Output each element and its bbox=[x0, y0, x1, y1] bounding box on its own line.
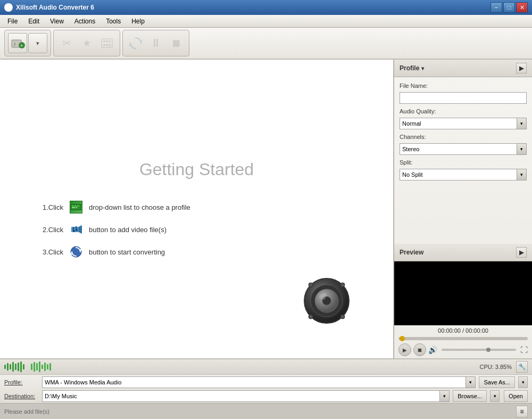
content-area: Getting Started 1.Click bbox=[0, 60, 394, 358]
destination-dropdown[interactable]: D:\My Music ▾ bbox=[42, 390, 450, 402]
profile-panel-header: Profile ▾ ▶ bbox=[394, 60, 532, 77]
cut-button[interactable]: ✂ bbox=[57, 33, 76, 53]
waveform-bar bbox=[7, 363, 9, 371]
close-button[interactable]: ✕ bbox=[516, 2, 528, 13]
audio-quality-section: Audio Quality: Normal ▾ bbox=[400, 108, 527, 129]
split-dropdown[interactable]: No Split ▾ bbox=[400, 169, 527, 180]
star-button[interactable]: ★ bbox=[77, 33, 96, 53]
svg-rect-19 bbox=[77, 206, 79, 207]
svg-rect-9 bbox=[109, 40, 111, 42]
open-button[interactable]: Open bbox=[504, 390, 528, 402]
audio-quality-dropdown[interactable]: Normal ▾ bbox=[400, 118, 527, 129]
audio-quality-value: Normal bbox=[400, 118, 517, 129]
save-as-button[interactable]: Save As... bbox=[479, 376, 515, 388]
profile-dropdown-btn[interactable]: ▾ bbox=[466, 377, 475, 388]
waveform-bar bbox=[15, 364, 16, 370]
preview-progress[interactable] bbox=[394, 337, 532, 340]
waveform-bar bbox=[20, 362, 22, 372]
svg-rect-12 bbox=[109, 44, 111, 46]
fullscreen-icon[interactable]: ⛶ bbox=[520, 346, 528, 354]
pause-button[interactable]: ⏸ bbox=[146, 33, 165, 53]
file-name-label: File Name: bbox=[400, 83, 527, 89]
toolbar: ♪ + ▾ ✂ ★ bbox=[0, 28, 532, 60]
menu-actions[interactable]: Actions bbox=[69, 15, 101, 27]
settings-button[interactable]: 🔧 bbox=[516, 361, 528, 373]
menu-view[interactable]: View bbox=[45, 15, 69, 27]
waveform2-bar bbox=[49, 363, 51, 371]
destination-label: Destination: bbox=[4, 393, 39, 399]
convert-group: ⏸ ⏹ bbox=[122, 30, 189, 56]
svg-rect-27 bbox=[76, 226, 77, 230]
svg-rect-10 bbox=[103, 44, 105, 46]
stop-button[interactable]: ⏹ bbox=[167, 33, 186, 53]
preview-panel-header: Preview ▶ bbox=[394, 244, 532, 261]
waveform-bar bbox=[23, 364, 24, 369]
svg-marker-23 bbox=[79, 225, 82, 234]
window-controls: − □ ✕ bbox=[491, 2, 528, 13]
volume-thumb bbox=[486, 348, 491, 352]
waveform2-bar bbox=[36, 363, 38, 371]
steps-list: 1.Click drop-down lis bbox=[0, 201, 190, 258]
step-1-text: drop-down list to choose a profile bbox=[89, 203, 190, 211]
svg-rect-22 bbox=[71, 227, 79, 232]
split-section: Split: No Split ▾ bbox=[400, 159, 527, 180]
menu-help[interactable]: Help bbox=[126, 15, 150, 27]
profile-label: Profile: bbox=[4, 379, 39, 385]
svg-point-39 bbox=[340, 315, 345, 319]
channels-label: Channels: bbox=[400, 134, 527, 140]
film-button[interactable] bbox=[97, 33, 117, 53]
menu-edit[interactable]: Edit bbox=[23, 15, 45, 27]
stop-icon: ⏹ bbox=[171, 37, 181, 50]
file-name-input[interactable] bbox=[400, 92, 527, 104]
waveform-bar bbox=[10, 364, 11, 369]
step-2-icon bbox=[70, 223, 82, 236]
maximize-button[interactable]: □ bbox=[503, 2, 515, 13]
profile-value-dropdown[interactable]: WMA - Windows Media Audio ▾ bbox=[42, 376, 476, 388]
browse-dropdown-btn[interactable]: ▾ bbox=[490, 390, 500, 402]
audio-quality-label: Audio Quality: bbox=[400, 108, 527, 114]
split-value: No Split bbox=[400, 169, 517, 180]
profile-row: Profile: WMA - Windows Media Audio ▾ Sav… bbox=[4, 376, 528, 388]
svg-rect-18 bbox=[74, 206, 77, 207]
add-button[interactable]: ♪ + bbox=[8, 33, 27, 53]
channels-dropdown[interactable]: Stereo ▾ bbox=[400, 143, 527, 155]
star-icon: ★ bbox=[82, 37, 91, 49]
step-1: 1.Click drop-down lis bbox=[43, 201, 190, 213]
waveform-bar bbox=[18, 363, 19, 371]
browse-button[interactable]: Browse... bbox=[453, 390, 487, 402]
profile-content: File Name: Audio Quality: Normal ▾ Chann… bbox=[394, 77, 532, 244]
add-dropdown-arrow: ▾ bbox=[36, 40, 39, 47]
svg-rect-20 bbox=[72, 207, 75, 208]
step-1-icon bbox=[70, 201, 82, 213]
waveform2-bar bbox=[34, 362, 35, 372]
menu-tools[interactable]: Tools bbox=[101, 15, 126, 27]
add-group: ♪ + ▾ bbox=[4, 30, 51, 56]
channels-arrow[interactable]: ▾ bbox=[517, 144, 526, 154]
svg-rect-6 bbox=[102, 39, 112, 47]
menu-file[interactable]: File bbox=[2, 15, 23, 27]
destination-dropdown-btn[interactable]: ▾ bbox=[439, 391, 449, 401]
play-button[interactable]: ▶ bbox=[398, 343, 411, 356]
split-arrow[interactable]: ▾ bbox=[517, 169, 526, 180]
profile-arrow-button[interactable]: ▶ bbox=[516, 63, 527, 73]
audio-quality-arrow[interactable]: ▾ bbox=[517, 118, 526, 129]
profile-icon bbox=[70, 201, 82, 213]
volume-slider[interactable] bbox=[442, 349, 516, 351]
waveform2-bar bbox=[41, 365, 43, 369]
svg-rect-11 bbox=[106, 44, 108, 46]
svg-text:+: + bbox=[20, 43, 23, 48]
svg-point-38 bbox=[309, 315, 313, 319]
preview-stop-button[interactable]: ⏹ bbox=[413, 343, 426, 356]
right-panel: Profile ▾ ▶ File Name: Audio Quality: No… bbox=[394, 60, 532, 358]
convert-button[interactable] bbox=[126, 33, 145, 53]
svg-rect-7 bbox=[103, 40, 105, 42]
svg-marker-14 bbox=[129, 43, 132, 46]
destination-value: D:\My Music bbox=[43, 391, 439, 401]
minimize-button[interactable]: − bbox=[491, 2, 502, 13]
save-as-dropdown-btn[interactable]: ▾ bbox=[518, 376, 528, 388]
list-view-button[interactable]: ≡ bbox=[516, 406, 528, 417]
add-dropdown-button[interactable]: ▾ bbox=[28, 33, 47, 53]
cut-icon: ✂ bbox=[62, 37, 71, 50]
waveform2-bar bbox=[44, 363, 46, 371]
preview-arrow-button[interactable]: ▶ bbox=[516, 247, 527, 258]
